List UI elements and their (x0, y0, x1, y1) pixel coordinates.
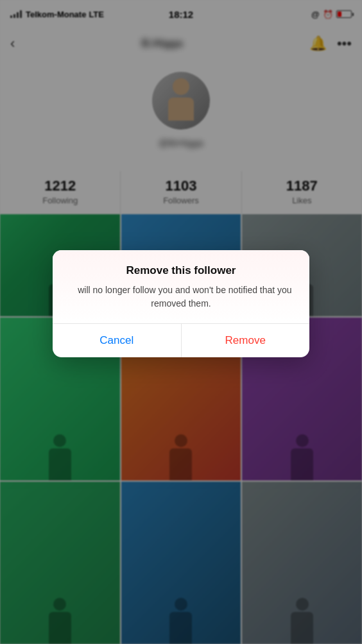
modal-body: Remove this follower will no longer foll… (53, 250, 309, 323)
cancel-button[interactable]: Cancel (53, 324, 182, 357)
modal-message: will no longer follow you and won't be n… (78, 285, 291, 309)
remove-button[interactable]: Remove (182, 324, 310, 357)
modal-buttons: Cancel Remove (53, 323, 309, 357)
modal-title: Remove this follower (68, 264, 294, 277)
modal-description: will no longer follow you and won't be n… (68, 284, 294, 310)
modal-overlay: Remove this follower will no longer foll… (0, 0, 362, 644)
remove-follower-dialog: Remove this follower will no longer foll… (53, 250, 309, 357)
